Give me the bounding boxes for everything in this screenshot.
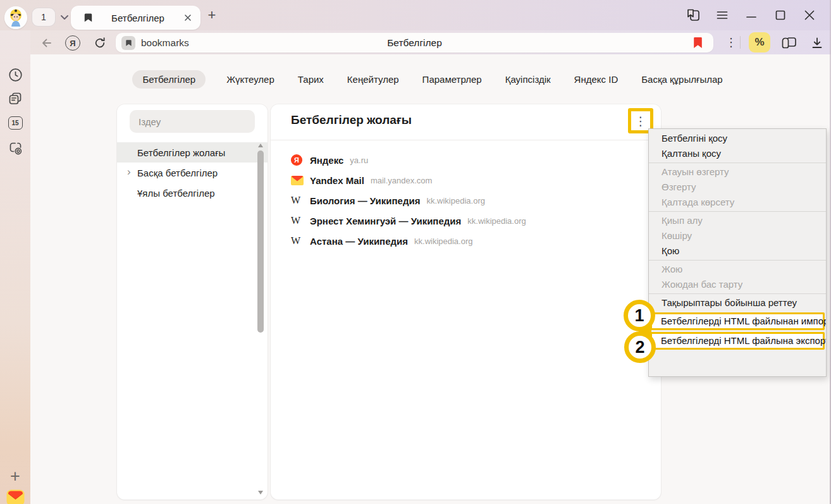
nav-tab[interactable]: Тарих — [295, 70, 326, 89]
header-divider — [271, 140, 661, 140]
tab-strip: 1 Бетбелгілер + — [0, 0, 831, 30]
manager-nav-tabs: БетбелгілерЖүктеулерТарихКеңейтулерПарам… — [113, 70, 745, 89]
folder-label: Ұялы бетбелгілер — [137, 188, 215, 199]
bookmark-row[interactable]: Yandex Mailmail.yandex.com — [271, 170, 661, 190]
chevron-right-icon[interactable]: › — [127, 166, 131, 178]
nav-tab-active[interactable]: Бетбелгілер — [132, 70, 206, 89]
bookmark-row[interactable]: WАстана — Уикипедияkk.wikipedia.org — [271, 231, 661, 251]
folder-title: Бетбелгілер жолағы — [291, 113, 412, 127]
address-bar[interactable]: bookmarks Бетбелгілер — [116, 33, 713, 52]
tab-list-chevron-down-icon[interactable] — [58, 11, 71, 23]
bookmark-flag-icon[interactable] — [693, 37, 703, 49]
address-page-title: Бетбелгілер — [116, 37, 713, 49]
bookmark-row[interactable]: WЭрнест Хемингуэй — Уикипедияkk.wikipedi… — [271, 211, 661, 231]
nav-tab[interactable]: Кеңейтулер — [345, 70, 402, 89]
bookmark-url: kk.wikipedia.org — [414, 237, 473, 246]
tab-counter-button[interactable]: 1 — [32, 8, 56, 27]
tab-close-icon[interactable] — [183, 13, 193, 23]
menu-item-highlight-1[interactable]: Бетбелгілерді HTML файлынан импорттау — [650, 312, 825, 330]
folder-label: Басқа бетбелгілер — [137, 168, 218, 178]
bookmark-favicon-wrap — [291, 176, 310, 185]
menu-divider — [649, 260, 826, 261]
tab-title: Бетбелгілер — [93, 13, 183, 23]
sidebar-scrollbar[interactable] — [257, 142, 264, 496]
bookmark-favicon-wrap: W — [291, 235, 310, 247]
callout-1: 1 — [624, 300, 655, 331]
yandex-favicon: Я — [291, 154, 302, 166]
active-tab[interactable]: Бетбелгілер — [71, 6, 200, 30]
nav-tab[interactable]: Параметрлер — [420, 70, 484, 89]
menu-item[interactable]: Тақырыптары бойынша реттеу — [649, 295, 826, 310]
toolbar: Я bookmarks Бетбелгілер ⋮ % — [30, 30, 831, 54]
wikipedia-favicon: W — [291, 195, 300, 206]
screenshot-icon[interactable] — [0, 140, 30, 156]
reload-icon[interactable] — [92, 35, 108, 51]
bookmark-url: kk.wikipedia.org — [426, 196, 485, 206]
menu-item: Көшіру — [649, 228, 826, 243]
feed-notes-icon[interactable] — [0, 91, 30, 106]
bookmark-title: Эрнест Хемингуэй — Уикипедия — [310, 216, 461, 226]
folder-more-menu-button[interactable]: ⋮ — [635, 115, 647, 127]
menu-item: Жоюдан бас тарту — [649, 277, 826, 292]
profile-avatar[interactable] — [4, 6, 27, 29]
menu-item: Өзгерту — [649, 180, 826, 195]
sidebar-folder-item[interactable]: Ұялы бетбелгілер — [117, 183, 268, 203]
context-menu: Бетбелгіні қосуҚалтаны қосуАтауын өзгерт… — [648, 128, 827, 377]
collections-icon[interactable] — [780, 35, 798, 51]
history-clock-icon[interactable] — [0, 67, 30, 82]
sidebar-folder-item[interactable]: ›Басқа бетбелгілер — [117, 163, 268, 183]
menu-item: Қалтада көрсету — [649, 195, 826, 210]
sidebar-folder-item[interactable]: Бетбелгілер жолағы — [117, 142, 268, 163]
menu-item: Қиып алу — [649, 213, 826, 228]
minimize-icon[interactable] — [744, 8, 759, 23]
bookmark-row[interactable]: WБиология — Уикипедияkk.wikipedia.org — [271, 190, 661, 211]
percent-badge-icon[interactable]: % — [749, 32, 770, 52]
toolbar-more-icon[interactable]: ⋮ — [725, 35, 737, 50]
bookmark-title: Яндекс — [310, 155, 343, 166]
menu-divider — [649, 211, 826, 212]
scroll-up-icon[interactable] — [258, 144, 263, 147]
mail-favicon — [291, 176, 304, 185]
close-window-icon[interactable] — [802, 8, 817, 23]
bookmark-title: Yandex Mail — [310, 175, 364, 186]
bookmark-url: ya.ru — [350, 156, 368, 165]
side-panel-icon[interactable] — [686, 8, 701, 23]
calendar-icon[interactable]: 15 — [0, 116, 30, 130]
yandex-mail-app-icon[interactable] — [0, 489, 30, 504]
downloads-icon[interactable] — [809, 35, 825, 51]
bookmark-favicon-wrap: W — [291, 195, 310, 206]
menu-divider — [649, 293, 826, 294]
bookmarks-main-panel: Бетбелгілер жолағы ⋮ ЯЯндексya.ruYandex … — [271, 104, 661, 500]
menu-item: Атауын өзгерту — [649, 164, 826, 180]
bookmark-row[interactable]: ЯЯндексya.ru — [271, 150, 661, 170]
rail-add-icon[interactable]: + — [0, 468, 30, 484]
search-input[interactable] — [130, 110, 255, 133]
nav-tab[interactable]: Жүктеулер — [224, 70, 277, 89]
yandex-home-icon[interactable]: Я — [65, 35, 80, 51]
maximize-icon[interactable] — [773, 8, 788, 23]
callout-2: 2 — [624, 331, 656, 363]
folder-list: Бетбелгілер жолағы›Басқа бетбелгілерҰялы… — [117, 142, 268, 203]
calendar-day-label: 15 — [8, 116, 23, 130]
scrollbar-thumb[interactable] — [257, 151, 264, 333]
nav-tab[interactable]: Қауіпсіздік — [503, 70, 553, 89]
menu-item[interactable]: Қою — [649, 243, 826, 259]
nav-tab[interactable]: Яндекс ID — [572, 70, 621, 89]
menu-divider — [649, 163, 826, 163]
left-sidebar-rail: 15 + — [0, 30, 30, 504]
url-text: bookmarks — [141, 37, 189, 49]
bookmark-url: mail.yandex.com — [371, 176, 433, 185]
scroll-down-icon[interactable] — [258, 491, 263, 495]
new-tab-button[interactable]: + — [205, 9, 219, 23]
back-icon[interactable] — [39, 35, 54, 51]
menu-item: Жою — [649, 262, 826, 277]
browser-menu-icon[interactable] — [715, 8, 730, 23]
nav-tab[interactable]: Басқа құрылғылар — [639, 70, 725, 89]
menu-item-highlight-2[interactable]: Бетбелгілерді HTML файлына экспорттау — [650, 332, 825, 350]
bookmark-title: Биология — Уикипедия — [310, 195, 420, 206]
menu-item[interactable]: Бетбелгіні қосу — [649, 131, 826, 146]
folders-sidebar-panel: Бетбелгілер жолағы›Басқа бетбелгілерҰялы… — [117, 104, 268, 500]
menu-item[interactable]: Қалтаны қосу — [649, 146, 826, 161]
folder-label: Бетбелгілер жолағы — [137, 147, 225, 158]
toolbar-separator — [740, 36, 741, 49]
